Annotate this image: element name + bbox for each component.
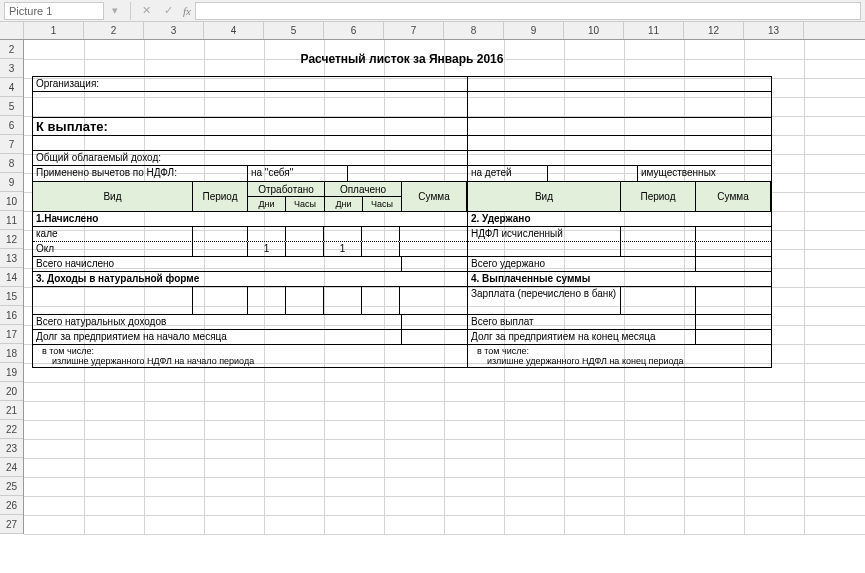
th-sum: Сумма [402,182,467,212]
row-header[interactable]: 3 [0,59,23,78]
row-header[interactable]: 6 [0,116,23,135]
deductions-label: Применено вычетов по НДФЛ: [33,166,248,181]
row-header[interactable]: 24 [0,458,23,477]
debt-start: Долг за предприятием на начало месяца [33,330,402,344]
row-header[interactable]: 23 [0,439,23,458]
col-header[interactable]: 3 [144,22,204,39]
formula-bar-toolbar: ▾ ✕ ✓ fx [0,0,865,22]
th-paid: Оплачено [325,182,401,197]
column-headers: 1 2 3 4 5 6 7 8 9 10 11 12 13 [0,22,865,40]
row-header[interactable]: 9 [0,173,23,192]
row-header[interactable]: 22 [0,420,23,439]
col-header[interactable]: 9 [504,22,564,39]
th-worked: Отработано [248,182,324,197]
okl-paid-days: 1 [324,242,362,256]
debt-end-value [696,330,771,344]
row-header[interactable]: 21 [0,401,23,420]
row-okl: Окл [33,242,193,256]
row-header[interactable]: 4 [0,78,23,97]
okl-worked-days: 1 [248,242,286,256]
row-header[interactable]: 15 [0,287,23,306]
fx-icon[interactable]: fx [183,5,191,17]
row-header[interactable]: 12 [0,230,23,249]
row-header[interactable]: 19 [0,363,23,382]
total-accrued: Всего начислено [33,257,402,271]
section-withheld: 2. Удержано [468,212,771,226]
row-headers: 2 3 4 5 6 7 8 9 10 11 12 13 14 15 16 17 … [0,40,24,534]
formula-input[interactable] [195,2,861,20]
row-header[interactable]: 11 [0,211,23,230]
left-pane: Вид Период Отработано Дни Часы Оплачено [33,182,468,367]
dropdown-icon[interactable]: ▾ [106,2,124,20]
note-including: в том числе: [36,346,464,356]
note-including-r: в том числе: [471,346,768,356]
row-header[interactable]: 5 [0,97,23,116]
row-header[interactable]: 16 [0,306,23,325]
section-natural: 3. Доходы в натуральной форме [33,272,467,286]
sheet-area[interactable]: Расчетный листок за Январь 2016 Организа… [24,40,865,534]
col-header[interactable]: 11 [624,22,684,39]
th-sum-r: Сумма [696,182,771,212]
section-accrued: 1.Начислено [33,212,467,226]
select-all-corner[interactable] [0,22,24,39]
payslip-title: Расчетный листок за Январь 2016 [32,52,772,66]
row-header[interactable]: 8 [0,154,23,173]
th-vid-r: Вид [468,182,621,212]
total-withheld: Всего удержано [468,257,696,271]
deduct-property: имущественных [638,166,771,181]
th-paid-days: Дни [325,197,363,212]
cancel-icon[interactable]: ✕ [137,2,155,20]
deduct-self: на "себя" [248,166,348,181]
total-natural: Всего натуральных доходов [33,315,402,329]
row-header[interactable]: 18 [0,344,23,363]
th-worked-days: Дни [248,197,286,212]
note-overheld-start: излишне удержанного НДФЛ на начало перио… [36,356,464,366]
row-salary-bank: Зарплата (перечислено в банк) [468,287,621,314]
row-header[interactable]: 10 [0,192,23,211]
col-header[interactable]: 10 [564,22,624,39]
payslip-picture[interactable]: Расчетный листок за Январь 2016 Организа… [32,52,772,368]
col-header[interactable]: 7 [384,22,444,39]
col-header[interactable]: 6 [324,22,384,39]
note-overheld-end: излишне удержанного НДФЛ на конец период… [471,356,768,366]
debt-end: Долг за предприятием на конец месяца [468,330,696,344]
col-header[interactable]: 5 [264,22,324,39]
section-paid-out: 4. Выплаченные суммы [468,272,771,286]
col-header[interactable]: 13 [744,22,804,39]
total-paid: Всего выплат [468,315,696,329]
row-header[interactable]: 17 [0,325,23,344]
main-table: Вид Период Отработано Дни Часы Оплачено [32,182,772,368]
row-kale: кале [33,227,193,241]
deduct-children: на детей [468,166,548,181]
accept-icon[interactable]: ✓ [159,2,177,20]
th-worked-hours: Часы [286,197,324,212]
col-header[interactable]: 8 [444,22,504,39]
header-block: Организация: К выплате: Общий облагаемый… [32,76,772,182]
row-header[interactable]: 2 [0,40,23,59]
row-header[interactable]: 14 [0,268,23,287]
row-header[interactable]: 13 [0,249,23,268]
row-ndfl: НДФЛ исчисленный [468,227,621,241]
th-period: Период [193,182,248,212]
col-header[interactable]: 2 [84,22,144,39]
row-header[interactable]: 7 [0,135,23,154]
name-box[interactable] [4,2,104,20]
col-header[interactable]: 12 [684,22,744,39]
row-header[interactable]: 25 [0,477,23,496]
th-paid-hours: Часы [363,197,401,212]
th-vid: Вид [33,182,193,212]
org-label: Организация: [33,77,468,91]
row-header[interactable]: 26 [0,496,23,515]
row-header[interactable]: 20 [0,382,23,401]
col-header[interactable]: 1 [24,22,84,39]
col-header[interactable]: 4 [204,22,264,39]
separator [130,2,131,20]
th-period-r: Период [621,182,696,212]
payout-label: К выплате: [33,118,468,135]
right-pane: Вид Период Сумма 2. Удержано НДФЛ исчисл… [468,182,771,367]
taxable-income-label: Общий облагаемый доход: [33,151,468,165]
row-header[interactable]: 27 [0,515,23,534]
